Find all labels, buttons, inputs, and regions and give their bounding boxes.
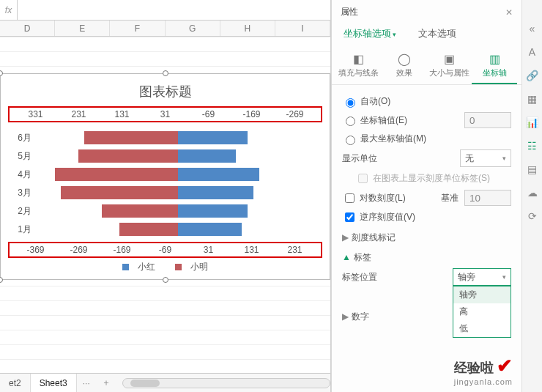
- dropdown-option[interactable]: 低: [453, 320, 511, 337]
- scrollbar-thumb[interactable]: [130, 380, 160, 387]
- rail-image-icon[interactable]: ▤: [526, 163, 539, 176]
- bar-series-0[interactable]: [119, 223, 178, 236]
- checkbox-label: 对数刻度(L): [360, 192, 406, 204]
- chart-title[interactable]: 图表标题: [7, 83, 324, 100]
- rail-refresh-icon[interactable]: ⟳: [526, 210, 539, 223]
- chart-legend[interactable]: 小红 小明: [7, 261, 324, 273]
- fx-label: fx: [0, 0, 18, 20]
- dropdown-option[interactable]: 高: [453, 303, 511, 320]
- formula-input[interactable]: [18, 0, 330, 20]
- bar-series-1[interactable]: [178, 204, 248, 218]
- section-label: 数字: [352, 311, 369, 322]
- bar-series-0[interactable]: [55, 168, 178, 181]
- radio-max-axis-value[interactable]: 最大坐标轴值(M): [342, 133, 511, 145]
- rail-settings-icon[interactable]: ☷: [526, 139, 539, 152]
- rail-chart-icon[interactable]: 📊: [526, 116, 539, 129]
- tab-text-options[interactable]: 文本选项: [418, 27, 456, 40]
- radio-auto[interactable]: 自动(O): [342, 95, 511, 108]
- spreadsheet-pane: fx D E F G H I 图表标题 331 231 131: [0, 0, 331, 392]
- bar-series-1[interactable]: [178, 131, 248, 144]
- bar-series-1[interactable]: [178, 223, 242, 236]
- axis-tick: 131: [100, 109, 144, 119]
- rail-cloud-icon[interactable]: ☁: [526, 186, 539, 199]
- rail-collapse-icon[interactable]: «: [526, 22, 539, 35]
- bar-series-1[interactable]: [178, 186, 254, 199]
- bar-series-1[interactable]: [178, 168, 260, 181]
- radio-auto-input[interactable]: [346, 98, 355, 108]
- side-rail: « A 🔗 ▦ 📊 ☷ ▤ ☁ ⟳: [521, 0, 542, 392]
- icon-tab-size[interactable]: ▣ 大小与属性: [427, 49, 472, 84]
- bar-row: 1月: [10, 221, 321, 238]
- category-label: 5月: [10, 150, 34, 163]
- triangle-right-icon: ▶: [342, 311, 349, 322]
- formula-bar: fx: [0, 0, 330, 21]
- chart-plot-area[interactable]: 6月5月4月3月2月1月: [7, 125, 324, 242]
- section-tick-marks[interactable]: ▶刻度线标记: [342, 232, 511, 244]
- radio-label: 坐标轴值(E): [360, 114, 407, 127]
- tab-label: 坐标轴选项: [344, 28, 391, 39]
- tab-axis-options[interactable]: 坐标轴选项▾: [344, 27, 396, 40]
- dropdown-list: 轴旁 高 低: [453, 286, 511, 338]
- radio-axis-value-input[interactable]: [346, 117, 355, 126]
- label-position-label: 标签位置: [342, 271, 447, 284]
- axis-tick: -269: [57, 245, 100, 255]
- resize-handle[interactable]: [163, 277, 168, 283]
- icon-tab-label: 填充与线条: [338, 68, 379, 77]
- chevron-down-icon: ▾: [393, 31, 396, 38]
- category-label: 6月: [10, 132, 34, 144]
- bar-series-1[interactable]: [178, 149, 237, 163]
- col-header[interactable]: I: [275, 21, 330, 36]
- axis-tick: -369: [14, 245, 57, 255]
- rail-grid-icon[interactable]: ▦: [526, 92, 539, 106]
- icon-tab-label: 效果: [396, 68, 412, 77]
- bar-track: [34, 223, 321, 236]
- log-scale-input[interactable]: [345, 193, 354, 203]
- rail-style-icon[interactable]: A: [526, 45, 539, 59]
- reverse-input[interactable]: [345, 212, 354, 222]
- col-header[interactable]: E: [55, 21, 110, 36]
- resize-handle[interactable]: [0, 70, 3, 76]
- icon-tab-fill[interactable]: ◧ 填充与线条: [336, 49, 382, 84]
- section-labels[interactable]: ▲标签: [342, 251, 511, 264]
- log-base-input[interactable]: [464, 190, 511, 206]
- close-icon[interactable]: ✕: [505, 7, 513, 18]
- bar-row: 2月: [10, 202, 321, 220]
- radio-max-input[interactable]: [346, 136, 355, 145]
- radio-axis-value[interactable]: 坐标轴值(E): [342, 114, 459, 127]
- bar-series-0[interactable]: [102, 204, 178, 218]
- bottom-axis-highlight: -369 -269 -169 -69 31 131 231: [8, 242, 322, 258]
- effects-icon: ◯: [382, 52, 427, 66]
- axis-tick: 231: [57, 109, 100, 119]
- panel-icon-tabs: ◧ 填充与线条 ◯ 效果 ▣ 大小与属性 ▥ 坐标轴: [332, 46, 521, 85]
- col-header[interactable]: F: [110, 21, 165, 36]
- axis-tick: -69: [187, 109, 230, 119]
- col-header[interactable]: G: [166, 21, 220, 36]
- dropdown-option[interactable]: 轴旁: [453, 286, 511, 303]
- col-header[interactable]: D: [0, 21, 55, 36]
- reverse-checkbox[interactable]: 逆序刻度值(V): [342, 210, 511, 224]
- more-sheets-button[interactable]: ···: [77, 378, 96, 388]
- label-position-select[interactable]: 轴旁 ▾ 轴旁 高 低: [453, 268, 511, 286]
- add-sheet-button[interactable]: ＋: [96, 377, 116, 389]
- bar-series-0[interactable]: [78, 149, 178, 163]
- sheet-tab[interactable]: Sheet3: [31, 374, 77, 393]
- log-scale-checkbox[interactable]: 对数刻度(L): [342, 191, 435, 205]
- display-unit-select[interactable]: 无 ▾: [460, 149, 511, 167]
- col-header[interactable]: H: [220, 21, 275, 36]
- bar-series-0[interactable]: [61, 186, 178, 199]
- chevron-down-icon: ▾: [502, 155, 506, 162]
- bar-series-0[interactable]: [84, 131, 178, 144]
- triangle-down-icon: ▲: [342, 252, 351, 262]
- sheet-tab[interactable]: et2: [0, 374, 31, 393]
- chart-object[interactable]: 图表标题 331 231 131 31 -69 -169 -269 6月5月4月…: [0, 73, 330, 280]
- section-label: 标签: [354, 252, 371, 262]
- horizontal-scrollbar[interactable]: [122, 378, 330, 388]
- resize-handle[interactable]: [163, 70, 168, 76]
- bar-row: 3月: [10, 184, 321, 201]
- axis-tick: 31: [144, 109, 187, 119]
- rail-link-icon[interactable]: 🔗: [526, 69, 539, 82]
- icon-tab-effects[interactable]: ◯ 效果: [382, 49, 427, 84]
- show-unit-label-checkbox: 在图表上显示刻度单位标签(S): [355, 171, 511, 185]
- axis-value-input[interactable]: [464, 112, 511, 128]
- icon-tab-axis[interactable]: ▥ 坐标轴: [472, 49, 517, 84]
